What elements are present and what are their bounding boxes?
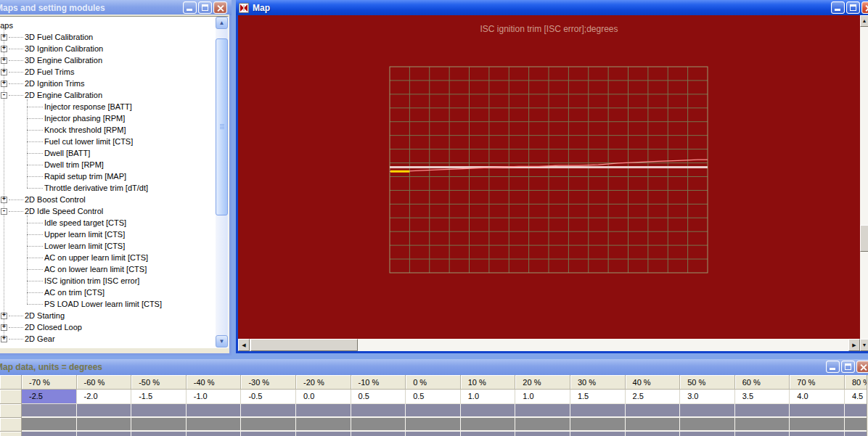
expand-icon[interactable]: + — [1, 46, 7, 52]
maximize-button[interactable] — [198, 1, 212, 14]
tree-item[interactable]: AC on upper learn limit [CTS] — [0, 252, 216, 263]
tree-item-label[interactable]: AC on upper learn limit [CTS] — [44, 253, 148, 262]
map-vscroll-thumb[interactable] — [860, 225, 868, 252]
tree-item[interactable]: Knock threshold [RPM] — [0, 124, 216, 136]
value-cell[interactable]: -2.0 — [77, 390, 132, 404]
selected-value-cell[interactable]: -2.5 — [22, 390, 77, 404]
scroll-up-icon[interactable]: ▲ — [860, 15, 868, 27]
tree-item-label[interactable]: Throttle derivative trim [dT/dt] — [44, 184, 148, 192]
tree-item[interactable]: Upper learn limit [CTS] — [0, 229, 216, 240]
tree-item[interactable]: Throttle derivative trim [dT/dt] — [0, 182, 216, 194]
tree-root-label[interactable]: Maps — [0, 21, 13, 30]
tree-item-label[interactable]: Injector response [BATT] — [44, 102, 132, 111]
tree-item-label[interactable]: 3D Engine Calibration — [25, 56, 102, 65]
scroll-right-icon[interactable]: ▶ — [848, 339, 860, 351]
tree-item[interactable]: -2D Engine Calibration — [0, 89, 216, 101]
value-cell[interactable]: 1.0 — [515, 390, 570, 404]
close-button[interactable] — [856, 361, 868, 373]
tree-item[interactable]: +2D Gear — [0, 333, 216, 345]
tree-item[interactable]: Idle speed target [CTS] — [0, 217, 216, 229]
expand-icon[interactable]: + — [1, 81, 7, 87]
tree-item-label[interactable]: Lower learn limit [CTS] — [44, 242, 125, 250]
minimize-button[interactable] — [183, 1, 197, 14]
tree-item[interactable]: +3D Ignition Calibration — [0, 43, 216, 54]
map-vertical-scrollbar[interactable]: ▲ — [860, 15, 868, 339]
tree-item[interactable]: ISC ignition trim [ISC error] — [0, 275, 216, 287]
expand-icon[interactable]: + — [1, 57, 7, 64]
tree-item-label[interactable]: 2D Engine Calibration — [25, 91, 102, 99]
value-cell[interactable]: 3.5 — [735, 390, 790, 404]
tree-item-label[interactable]: Knock threshold [RPM] — [44, 126, 126, 134]
tree-item[interactable]: +2D Ignition Trims — [0, 78, 216, 89]
tree-item-label[interactable]: Rapid setup trim [MAP] — [44, 172, 126, 181]
tree-item[interactable]: Rapid setup trim [MAP] — [0, 170, 216, 182]
tree-item-label[interactable]: 2D Boost Control — [25, 195, 86, 204]
value-cell[interactable]: 1.5 — [570, 390, 626, 404]
tree-item-label[interactable]: AC on trim [CTS] — [44, 288, 105, 297]
tree-item-label[interactable]: 2D Starting — [25, 311, 65, 320]
close-button[interactable] — [213, 1, 227, 14]
tree-item[interactable]: -2D Idle Speed Control — [0, 205, 216, 217]
tree-item-label[interactable]: ISC ignition trim [ISC error] — [44, 276, 139, 285]
tree-item-label[interactable]: 2D Fuel Trims — [25, 67, 74, 76]
tree-item[interactable]: Lower learn limit [CTS] — [0, 240, 216, 252]
value-cell[interactable]: -0.5 — [241, 390, 296, 404]
tree-item[interactable]: Fuel cut lower limit [CTS] — [0, 136, 216, 147]
tree-item-label[interactable]: Upper learn limit [CTS] — [44, 230, 125, 239]
tree-item-label[interactable]: 3D Fuel Calibration — [25, 33, 93, 41]
expand-icon[interactable]: + — [1, 34, 7, 41]
scroll-left-icon[interactable]: ◀ — [238, 339, 250, 351]
tree-item[interactable]: Injector phasing [RPM] — [0, 112, 216, 124]
tree-scrollbar[interactable]: ▲ ▼ — [216, 17, 228, 347]
tree-item[interactable]: +2D Boost Control — [0, 194, 216, 205]
tree-scrollbar-thumb[interactable] — [216, 38, 228, 215]
tree-item-label[interactable]: Fuel cut lower limit [CTS] — [44, 137, 133, 146]
expand-icon[interactable]: + — [1, 324, 7, 331]
tree-item-label[interactable]: 2D Gear — [25, 334, 55, 343]
tree-item[interactable]: Injector response [BATT] — [0, 101, 216, 112]
map-hscroll-thumb[interactable] — [250, 339, 358, 351]
tree-item-label[interactable]: 3D Ignition Calibration — [25, 44, 103, 53]
expand-icon[interactable]: + — [1, 69, 7, 75]
tree-item[interactable]: +2D Starting — [0, 310, 216, 321]
tree-item-label[interactable]: 2D Idle Speed Control — [25, 207, 103, 215]
tree-item-label[interactable]: Dwell [BATT] — [44, 149, 90, 157]
minimize-button[interactable] — [826, 361, 840, 373]
value-cell[interactable]: 2.5 — [626, 390, 681, 404]
value-cell[interactable]: 0.0 — [296, 390, 351, 404]
expand-icon[interactable]: + — [1, 313, 7, 319]
tree-item-label[interactable]: Dwell trim [RPM] — [44, 160, 104, 169]
modules-tree[interactable]: Maps +3D Fuel Calibration+3D Ignition Ca… — [0, 16, 229, 348]
tree-item[interactable]: PS LOAD Lower learn limit [CTS] — [0, 298, 216, 310]
tree-item[interactable]: +2D Fuel Trims — [0, 66, 216, 78]
map-horizontal-scrollbar[interactable]: ◀ ▶ — [238, 339, 860, 351]
tree-item[interactable]: Dwell [BATT] — [0, 147, 216, 159]
maximize-button[interactable] — [841, 361, 855, 373]
maximize-button[interactable] — [846, 1, 860, 14]
tree-item-label[interactable]: 2D Ignition Trims — [25, 79, 85, 88]
tree-root[interactable]: Maps — [0, 20, 216, 31]
scroll-down-icon[interactable]: ▼ — [216, 335, 228, 347]
minimize-button[interactable] — [831, 1, 845, 14]
value-cell[interactable]: -1.5 — [131, 390, 187, 404]
value-cell[interactable]: 0.5 — [406, 390, 461, 404]
tree-item[interactable]: +2D Closed Loop — [0, 321, 216, 333]
scroll-up-icon[interactable]: ▲ — [216, 17, 228, 29]
scroll-down-icon[interactable]: ▼ — [860, 339, 868, 351]
value-cell[interactable]: 4.0 — [790, 390, 845, 404]
tree-item-label[interactable]: Injector phasing [RPM] — [44, 114, 125, 123]
expand-icon[interactable]: + — [1, 336, 7, 342]
value-cell[interactable]: 4.5 — [845, 390, 868, 404]
tree-item-label[interactable]: AC on lower learn limit [CTS] — [44, 265, 147, 273]
expand-icon[interactable]: + — [1, 197, 7, 203]
tree-item[interactable]: AC on trim [CTS] — [0, 287, 216, 298]
value-cell[interactable]: -1.0 — [187, 390, 242, 404]
map-window-titlebar[interactable]: Map — [236, 0, 868, 15]
maps-window-titlebar[interactable]: Maps and setting modules — [0, 0, 232, 15]
tree-item-label[interactable]: 2D Closed Loop — [25, 323, 82, 332]
tree-item-label[interactable]: PS LOAD Lower learn limit [CTS] — [44, 300, 162, 308]
tree-item-label[interactable]: Idle speed target [CTS] — [44, 218, 126, 227]
collapse-icon[interactable]: - — [1, 92, 7, 99]
collapse-icon[interactable]: - — [1, 208, 7, 215]
close-button[interactable] — [861, 1, 868, 14]
